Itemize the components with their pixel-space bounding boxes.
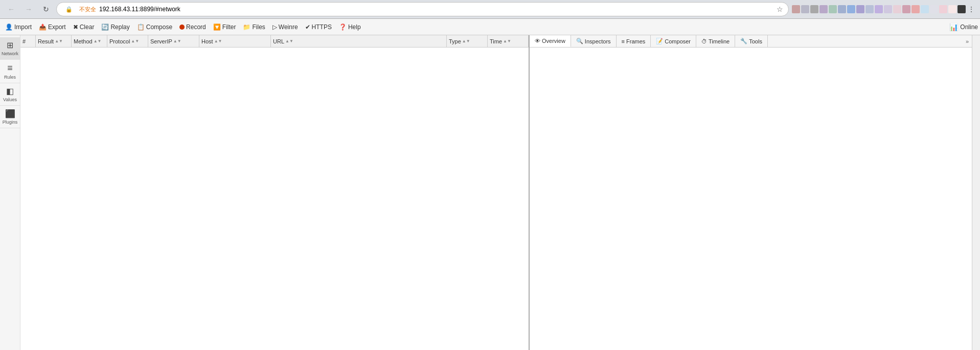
network-icon: ⊞ bbox=[7, 40, 13, 50]
online-status: 📊 Online bbox=[949, 23, 978, 31]
import-label: Import bbox=[14, 24, 32, 31]
back-button[interactable]: ← bbox=[4, 2, 18, 16]
replay-label: Replay bbox=[110, 24, 129, 31]
tab-inspectors[interactable]: 🔍 Inspectors bbox=[571, 35, 617, 47]
right-tabs: 👁 Overview 🔍 Inspectors ≡ Frames 📝 Compo… bbox=[530, 35, 972, 48]
weinre-icon: ▷ bbox=[272, 24, 277, 31]
tab-frames-label: Frames bbox=[626, 38, 645, 44]
export-icon: 📤 bbox=[39, 24, 47, 31]
color-swatch bbox=[948, 5, 956, 13]
rules-icon: ≡ bbox=[7, 63, 13, 74]
app-layout: ⊞ Network ≡ Rules ◧ Values ⬛ Plugins # R… bbox=[0, 35, 980, 350]
col-header-url[interactable]: URL ▲▼ bbox=[271, 35, 447, 47]
col-protocol-label: Protocol bbox=[109, 38, 130, 44]
replay-button[interactable]: 🔄 Replay bbox=[98, 22, 132, 32]
col-header-time[interactable]: Time ▲▼ bbox=[488, 35, 529, 47]
files-button[interactable]: 📁 Files bbox=[240, 22, 268, 32]
sidebar-item-rules[interactable]: ≡ Rules bbox=[0, 60, 20, 83]
inspectors-icon: 🔍 bbox=[576, 38, 583, 44]
sort-arrows-time: ▲▼ bbox=[503, 39, 511, 43]
https-button[interactable]: ✔ HTTPS bbox=[302, 22, 335, 32]
record-dot-icon bbox=[179, 25, 185, 30]
compose-label: Compose bbox=[146, 24, 172, 31]
sidebar-item-plugins[interactable]: ⬛ Plugins bbox=[0, 106, 20, 128]
color-swatch bbox=[801, 5, 809, 13]
col-header-result[interactable]: Result ▲▼ bbox=[36, 35, 72, 47]
help-button[interactable]: ❓ Help bbox=[336, 22, 364, 32]
tab-composer[interactable]: 📝 Composer bbox=[651, 35, 696, 47]
color-swatch bbox=[911, 5, 920, 13]
col-host-label: Host bbox=[201, 38, 213, 44]
composer-icon: 📝 bbox=[656, 38, 663, 44]
timeline-icon: ⏱ bbox=[701, 38, 707, 44]
color-swatch bbox=[939, 5, 947, 13]
frames-icon: ≡ bbox=[622, 38, 625, 44]
compose-button[interactable]: 📋 Compose bbox=[134, 22, 175, 32]
refresh-button[interactable]: ↻ bbox=[39, 2, 53, 16]
lock-icon: 🔒 bbox=[62, 2, 76, 16]
col-header-serverip[interactable]: ServerIP ▲▼ bbox=[148, 35, 199, 47]
color-swatch bbox=[829, 5, 837, 13]
tab-tools[interactable]: 🔧 Tools bbox=[735, 35, 768, 47]
col-hash-label: # bbox=[22, 38, 26, 44]
far-right-scrollbar[interactable] bbox=[972, 35, 980, 350]
tab-overview-label: Overview bbox=[542, 38, 565, 44]
sort-arrows-result: ▲▼ bbox=[55, 39, 63, 43]
col-url-label: URL bbox=[273, 38, 284, 44]
color-swatch bbox=[819, 5, 828, 13]
sidebar-item-plugins-label: Plugins bbox=[3, 120, 18, 125]
help-label: Help bbox=[348, 24, 361, 31]
sort-arrows-serverip: ▲▼ bbox=[173, 39, 181, 43]
tools-icon: 🔧 bbox=[740, 38, 747, 44]
color-swatch bbox=[838, 5, 846, 13]
col-header-host[interactable]: Host ▲▼ bbox=[199, 35, 271, 47]
tab-composer-label: Composer bbox=[665, 38, 691, 44]
export-button[interactable]: 📤 Export bbox=[36, 22, 69, 32]
online-label: Online bbox=[960, 24, 978, 31]
sort-arrows-host: ▲▼ bbox=[214, 39, 222, 43]
col-header-hash[interactable]: # bbox=[20, 35, 36, 47]
clear-label: Clear bbox=[80, 24, 95, 31]
sidebar-item-rules-label: Rules bbox=[4, 75, 16, 80]
sidebar-item-network[interactable]: ⊞ Network bbox=[0, 37, 20, 60]
clear-button[interactable]: ✖ Clear bbox=[70, 22, 98, 32]
record-button[interactable]: Record bbox=[176, 22, 209, 32]
clear-icon: ✖ bbox=[73, 24, 78, 31]
weinre-button[interactable]: ▷ Weinre bbox=[269, 22, 301, 32]
address-input[interactable] bbox=[99, 6, 773, 13]
weinre-label: Weinre bbox=[279, 24, 298, 31]
browser-navigation: ← → ↻ 🔒 不安全 ☆ bbox=[0, 0, 980, 18]
expand-panel-button[interactable]: » bbox=[963, 35, 972, 47]
filter-button[interactable]: 🔽 Filter bbox=[210, 22, 239, 32]
col-result-label: Result bbox=[38, 38, 54, 44]
col-header-protocol[interactable]: Protocol ▲▼ bbox=[107, 35, 148, 47]
files-label: Files bbox=[252, 24, 265, 31]
right-content bbox=[530, 48, 972, 350]
menu-button[interactable]: ⋮ bbox=[967, 4, 976, 14]
help-icon: ❓ bbox=[339, 24, 347, 31]
right-panel: 👁 Overview 🔍 Inspectors ≡ Frames 📝 Compo… bbox=[530, 35, 972, 350]
sidebar: ⊞ Network ≡ Rules ◧ Values ⬛ Plugins bbox=[0, 35, 20, 350]
filter-icon: 🔽 bbox=[213, 24, 221, 31]
color-swatch bbox=[856, 5, 864, 13]
import-button[interactable]: 👤 Import bbox=[2, 22, 35, 32]
filter-label: Filter bbox=[222, 24, 236, 31]
table-body[interactable] bbox=[20, 48, 529, 350]
overview-icon: 👁 bbox=[535, 38, 540, 44]
color-swatch bbox=[893, 5, 901, 13]
security-label: 不安全 bbox=[79, 6, 96, 13]
col-method-label: Method bbox=[74, 38, 93, 44]
plugins-icon: ⬛ bbox=[5, 109, 15, 119]
import-icon: 👤 bbox=[5, 24, 13, 31]
sidebar-item-values[interactable]: ◧ Values bbox=[0, 83, 20, 106]
tab-timeline[interactable]: ⏱ Timeline bbox=[696, 35, 735, 47]
tab-overview[interactable]: 👁 Overview bbox=[530, 35, 571, 47]
col-header-method[interactable]: Method ▲▼ bbox=[72, 35, 107, 47]
forward-button[interactable]: → bbox=[21, 2, 36, 16]
tab-frames[interactable]: ≡ Frames bbox=[617, 35, 651, 47]
sort-arrows-protocol: ▲▼ bbox=[131, 39, 139, 43]
bookmark-icon[interactable]: ☆ bbox=[777, 5, 783, 13]
color-swatch bbox=[921, 5, 929, 13]
sidebar-item-values-label: Values bbox=[3, 97, 17, 102]
col-header-type[interactable]: Type ▲▼ bbox=[447, 35, 488, 47]
